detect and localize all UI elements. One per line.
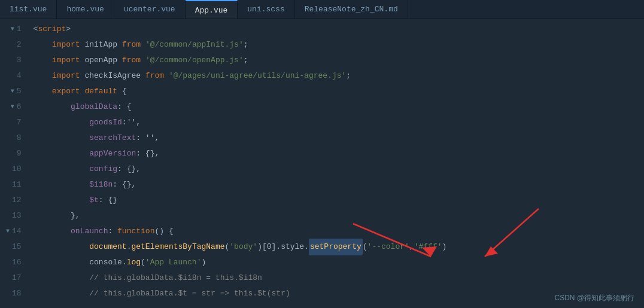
line-2: 2 — [5, 37, 22, 53]
code-line-12: $t: {} — [29, 193, 644, 208]
code-line-8: searchText: '', — [29, 130, 644, 146]
code-line-15: document.getElementsByTagName('body')[0]… — [29, 239, 644, 255]
line-14: ▼14 — [5, 224, 22, 239]
tab-bar: list.vue home.vue ucenter.vue App.vue un… — [0, 0, 644, 19]
code-line-3: import openApp from '@/common/openApp.js… — [29, 53, 644, 68]
code-line-1: <script> — [29, 22, 644, 37]
tab-ucenter-vue[interactable]: ucenter.vue — [114, 0, 186, 19]
tab-uni-scss[interactable]: uni.scss — [238, 0, 294, 19]
code-line-13: }, — [29, 208, 644, 224]
code-container: ▼1 2 3 4 ▼5 ▼6 7 8 9 10 11 12 13 ▼14 15 … — [0, 19, 644, 308]
tab-home-vue[interactable]: home.vue — [57, 0, 114, 19]
tab-releasenote[interactable]: ReleaseNote_zh_CN.md — [295, 0, 408, 19]
line-13: 13 — [5, 208, 22, 224]
code-line-17: // this.globalData.$i18n = this.$i18n — [29, 270, 644, 286]
watermark: CSDN @得知此事须躬行 — [554, 293, 634, 303]
line-1: ▼1 — [5, 22, 22, 37]
line-16: 16 — [5, 255, 22, 270]
code-line-11: $i18n: {}, — [29, 177, 644, 193]
line-3: 3 — [5, 53, 22, 68]
code-line-9: appVersion: {}, — [29, 146, 644, 161]
line-4: 4 — [5, 68, 22, 84]
line-numbers: ▼1 2 3 4 ▼5 ▼6 7 8 9 10 11 12 13 ▼14 15 … — [0, 19, 29, 308]
code-line-6: globalData: { — [29, 99, 644, 115]
line-5: ▼5 — [5, 84, 22, 99]
line-12: 12 — [5, 193, 22, 208]
code-line-14: onLaunch: function() { — [29, 224, 644, 239]
code-line-16: console.log('App Launch') — [29, 255, 644, 270]
code-line-18: // this.globalData.$t = str => this.$t(s… — [29, 286, 644, 301]
code-line-2: import initApp from '@/common/appInit.js… — [29, 37, 644, 53]
tab-app-vue[interactable]: App.vue — [186, 0, 238, 19]
line-7: 7 — [5, 115, 22, 130]
tab-list-vue[interactable]: list.vue — [0, 0, 57, 19]
line-8: 8 — [5, 130, 22, 146]
code-line-4: import checkIsAgree from '@/pages/uni-ag… — [29, 68, 644, 84]
code-editor[interactable]: <script> import initApp from '@/common/a… — [29, 19, 644, 308]
line-11: 11 — [5, 177, 22, 193]
line-10: 10 — [5, 161, 22, 177]
code-line-7: goodsId:'', — [29, 115, 644, 130]
code-line-10: config: {}, — [29, 161, 644, 177]
line-9: 9 — [5, 146, 22, 161]
line-17: 17 — [5, 270, 22, 286]
line-6: ▼6 — [5, 99, 22, 115]
line-15: 15 — [5, 239, 22, 255]
code-line-5: export default { — [29, 84, 644, 99]
line-18: 18 — [5, 286, 22, 301]
